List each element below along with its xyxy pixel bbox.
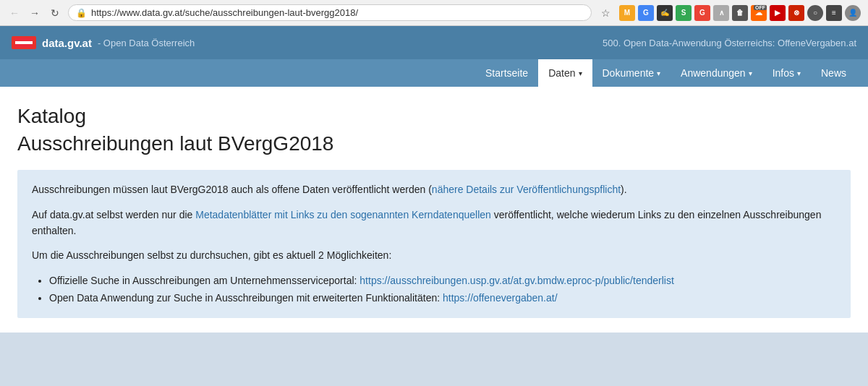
ext-icon-8[interactable]: ☁ OFF bbox=[751, 5, 767, 21]
site-navigation: Startseite Daten ▾ Dokumente ▾ Anwendung… bbox=[0, 59, 868, 87]
ext-icon-2[interactable]: G bbox=[638, 5, 654, 21]
dokumente-dropdown-arrow: ▾ bbox=[657, 69, 660, 77]
main-content: Katalog Ausschreibungen laut BVergG2018 … bbox=[0, 87, 868, 333]
nav-anwendungen[interactable]: Anwendungen ▾ bbox=[671, 59, 762, 87]
ext-icon-3[interactable]: ✍ bbox=[657, 5, 673, 21]
reload-button[interactable]: ↻ bbox=[48, 6, 62, 20]
paragraph-3: Um die Ausschreibungen selbst zu durchsu… bbox=[32, 247, 836, 263]
list-item-1-link[interactable]: https://ausschreibungen.usp.gv.at/at.gv.… bbox=[359, 275, 674, 286]
nav-dokumente[interactable]: Dokumente ▾ bbox=[592, 59, 671, 87]
list-item-1: Offizielle Suche in Ausschreibungen am U… bbox=[49, 273, 836, 290]
site-name: data.gv.at bbox=[42, 37, 92, 49]
options-list: Offizielle Suche in Ausschreibungen am U… bbox=[49, 273, 836, 307]
para2-link[interactable]: Metadatenblätter mit Links zu den sogena… bbox=[195, 209, 491, 220]
nav-news[interactable]: News bbox=[811, 59, 856, 87]
anwendungen-dropdown-arrow: ▾ bbox=[749, 69, 752, 77]
list-item-2: Open Data Anwendung zur Suche in Ausschr… bbox=[49, 290, 836, 307]
notice-text: 500. Open Data-Anwendung Österreichs: Of… bbox=[603, 38, 856, 48]
site-subtitle: - Open Data Österreich bbox=[98, 38, 195, 48]
logo-badge bbox=[12, 36, 36, 49]
para1-suffix: ). bbox=[621, 184, 627, 195]
ext-icon-11[interactable]: ○ bbox=[807, 5, 823, 21]
ext-icon-6[interactable]: ∧ bbox=[713, 5, 729, 21]
url-text: https://www.data.gv.at/suche/ausschreibu… bbox=[91, 7, 584, 18]
daten-dropdown-arrow: ▾ bbox=[579, 69, 582, 77]
ext-icon-12[interactable]: ≡ bbox=[826, 5, 842, 21]
para2-prefix: Auf data.gv.at selbst werden nur die bbox=[32, 209, 195, 220]
address-bar[interactable]: 🔒 https://www.data.gv.at/suche/ausschrei… bbox=[68, 4, 592, 21]
nav-infos[interactable]: Infos ▾ bbox=[762, 59, 811, 87]
austria-flag bbox=[15, 38, 33, 48]
profile-icon[interactable]: 👤 bbox=[845, 5, 861, 21]
paragraph-1: Ausschreibungen müssen laut BVergG2018 a… bbox=[32, 181, 836, 197]
list-item-1-prefix: Offizielle Suche in Ausschreibungen am U… bbox=[49, 275, 359, 286]
browser-chrome: ← → ↻ 🔒 https://www.data.gv.at/suche/aus… bbox=[0, 0, 868, 26]
forward-button[interactable]: → bbox=[27, 6, 42, 20]
para1-prefix: Ausschreibungen müssen laut BVergG2018 a… bbox=[32, 184, 432, 195]
site-logo: data.gv.at - Open Data Österreich bbox=[12, 36, 195, 49]
page-title-line1: Katalog bbox=[17, 104, 851, 129]
list-item-2-prefix: Open Data Anwendung zur Suche in Ausschr… bbox=[49, 292, 443, 304]
site-header: data.gv.at - Open Data Österreich 500. O… bbox=[0, 26, 868, 59]
ext-icon-5[interactable]: G bbox=[694, 5, 710, 21]
para1-link[interactable]: nähere Details zur Veröffentlichungspfli… bbox=[432, 184, 621, 195]
paragraph-2: Auf data.gv.at selbst werden nur die Met… bbox=[32, 207, 836, 239]
ext-icon-10[interactable]: ⊗ bbox=[788, 5, 804, 21]
ext-icon-1[interactable]: M bbox=[619, 5, 635, 21]
nav-startseite[interactable]: Startseite bbox=[475, 59, 538, 87]
ext-icon-7[interactable]: 🗑 bbox=[732, 5, 748, 21]
footer-area bbox=[0, 333, 868, 354]
header-notice: 500. Open Data-Anwendung Österreichs: Of… bbox=[603, 38, 856, 48]
lock-icon: 🔒 bbox=[76, 8, 87, 18]
infos-dropdown-arrow: ▾ bbox=[797, 69, 801, 77]
bookmark-icon[interactable]: ☆ bbox=[597, 5, 613, 21]
ext-icon-9[interactable]: ▶ bbox=[770, 5, 786, 21]
back-button[interactable]: ← bbox=[7, 6, 22, 20]
content-area: Ausschreibungen müssen laut BVergG2018 a… bbox=[17, 170, 851, 318]
ext-icon-4[interactable]: S bbox=[676, 5, 692, 21]
page-title-line2: Ausschreibungen laut BVergG2018 bbox=[17, 132, 851, 156]
list-item-2-link[interactable]: https://offenevergaben.at/ bbox=[443, 292, 558, 304]
extension-icons: M G ✍ S G ∧ 🗑 ☁ OFF ▶ ⊗ ○ ≡ 👤 bbox=[619, 5, 861, 21]
nav-daten[interactable]: Daten ▾ bbox=[538, 59, 592, 87]
browser-toolbar: ← → ↻ 🔒 https://www.data.gv.at/suche/aus… bbox=[0, 0, 868, 25]
